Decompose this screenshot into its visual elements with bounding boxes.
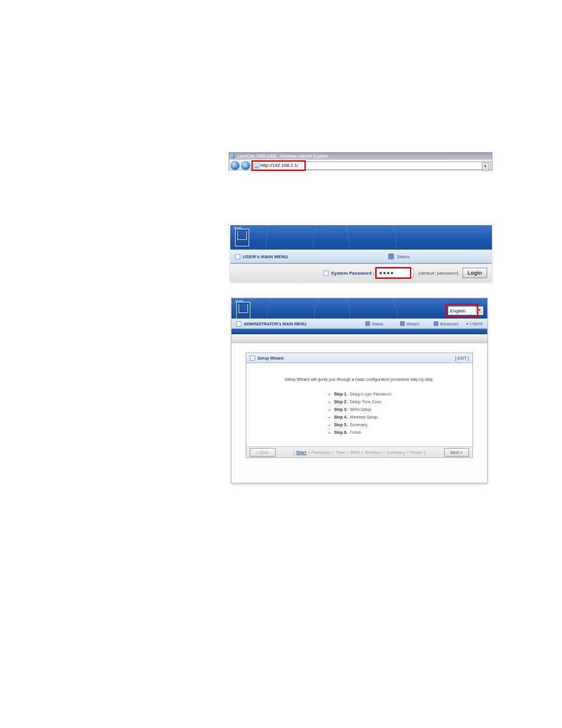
step-label: Step 4. [334,415,348,419]
wizard-body: Setup Wizard will guide you through a ba… [246,363,472,446]
chevron-right-icon: ▸ [329,423,330,427]
wizard-panel-titlebar: Setup Wizard [ EXIT ] [246,353,472,363]
chevron-right-icon: ▸ [329,431,330,434]
list-item: ▸ Step 1. Setup Login Password. [329,392,461,396]
nav-wizard-label: Wizard [406,322,419,326]
login-panel: level USER's MAIN MENU Status System Pas… [230,225,492,281]
address-bar-wrap: http://192.168.1.1/ ▾ [252,162,491,170]
ie-window: LevelOne WBR-6800 - Windows Internet Exp… [229,152,492,171]
nav-forward-button[interactable]: → [241,161,250,170]
highlight-box-url [252,160,306,171]
status-icon [365,321,370,326]
step-label: Step 3. [334,407,348,411]
highlight-box-password [375,267,411,279]
nav-advanced[interactable]: Advanced [434,321,458,326]
admin-main-menu-label: ADMINISTRATOR's MAIN MENU [244,322,306,326]
list-item: ▸ Step 2. Setup Time Zone. [329,400,461,404]
login-button[interactable]: Login [462,268,488,278]
step-text: Wireless Setup. [350,415,379,419]
bullet-icon [235,254,240,259]
brand-logo-icon [236,302,250,318]
step-text: WAN Setup. [350,407,372,411]
step-label: Step 1. [334,392,348,396]
chevron-right-icon: ▸ [329,416,330,419]
bullet-icon [236,321,242,327]
wizard-panel: Setup Wizard [ EXIT ] Setup Wizard will … [246,353,473,458]
list-item: ▸ Step 4. Wireless Setup. [329,415,461,419]
arrow-right-icon: → [243,163,249,169]
highlight-box-language [445,304,478,318]
ie-title-text: LevelOne WBR-6800 - Windows Internet Exp… [237,154,328,158]
chevron-right-icon: ▸ [329,400,330,404]
nav-advanced-label: Advanced [440,322,458,326]
status-icon [388,253,394,259]
nav-status-label: Status [372,322,384,326]
system-password-label: System Password : [331,271,374,276]
arrow-left-icon: ← [233,163,238,169]
wizard-panel-title: Setup Wizard [257,356,283,360]
admin-menubar: ADMINISTRATOR's MAIN MENU Status Wizard … [232,318,487,329]
step-label: Step 6. [334,430,348,434]
step-text: Setup Time Zone. [350,400,382,404]
ie-titlebar: LevelOne WBR-6800 - Windows Internet Exp… [229,153,492,160]
step-text: Finish. [350,430,362,434]
user-main-menu-label: USER's MAIN MENU [243,254,288,259]
step-label: Step 5. [334,423,348,427]
list-item: ▸ Step 3. WAN Setup. [329,407,461,411]
logout-label: Logout [470,321,482,325]
wizard-intro-text: Setup Wizard will guide you through a ba… [258,377,461,381]
brand-logo-icon [235,229,249,246]
wizard-breadcrumb: [ Start > Password > Time > WAN > Wirele… [294,450,426,454]
bc-rest: > Password > Time > WAN > Wireless > Sum… [306,450,426,454]
wizard-footer: < Back [ Start > Password > Time > WAN >… [246,446,472,457]
list-item: ▸ Step 6. Finish. [329,430,461,434]
bullet-icon [250,355,255,361]
status-nav-item[interactable]: Status [388,253,410,259]
list-item: ▸ Step 5. Summary. [329,423,461,427]
nav-status[interactable]: Status [365,321,384,326]
admin-header: level English [232,298,487,318]
bullet-icon [323,271,329,276]
logout-link[interactable]: ▸ Logout [467,321,482,326]
advanced-icon [434,321,438,326]
step-label: Step 2. [334,400,348,404]
wizard-icon [400,321,405,326]
password-hint: (default: password) [418,271,458,276]
admin-blue-divider [232,329,487,334]
nav-back-button[interactable]: ← [230,161,240,170]
ie-toolbar: ← → http://192.168.1.1/ ▾ [229,160,492,171]
bc-current: Start [296,450,306,454]
wizard-steps-list: ▸ Step 1. Setup Login Password. ▸ Step 2… [329,392,461,434]
chevron-right-icon: ▸ [329,393,330,396]
admin-panel: level English ADMINISTRATOR's MAIN MENU … [231,298,488,483]
login-header: level [230,225,492,249]
ie-globe-icon [230,154,235,159]
wizard-exit-link[interactable]: [ EXIT ] [455,356,469,360]
step-text: Setup Login Password. [350,392,392,396]
login-menubar: USER's MAIN MENU Status [230,249,492,263]
status-label: Status [396,254,410,259]
wizard-back-button[interactable]: < Back [250,448,276,457]
step-text: Summary. [350,423,368,427]
wizard-next-button[interactable]: Next > [444,448,469,457]
login-password-bar: System Password : ●●●● (default: passwor… [230,263,492,282]
admin-gray-divider [232,334,487,343]
nav-wizard[interactable]: Wizard [400,321,419,326]
address-dropdown-button[interactable]: ▾ [482,163,489,171]
chevron-right-icon: ▸ [329,408,330,411]
